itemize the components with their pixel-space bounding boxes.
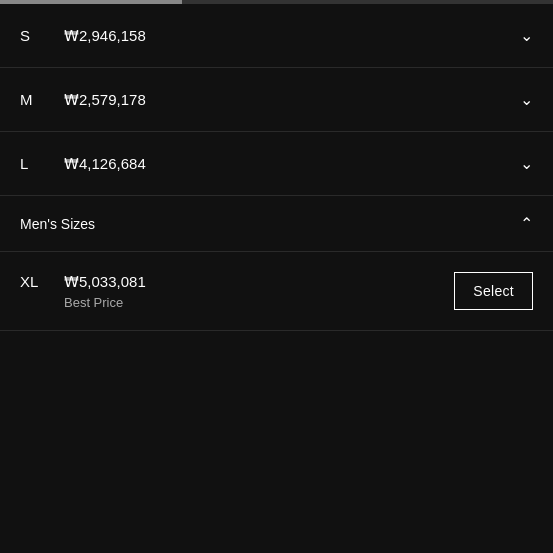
expanded-row-info: ₩5,033,081 Best Price [64, 273, 146, 310]
expanded-row-xl: XL ₩5,033,081 Best Price Select [0, 252, 553, 331]
size-label-l: L [20, 155, 44, 172]
size-row-m[interactable]: M ₩2,579,178 ⌄ [0, 68, 553, 132]
size-row-l-left: L ₩4,126,684 [20, 155, 146, 173]
size-label-s: S [20, 27, 44, 44]
size-label-m: M [20, 91, 44, 108]
progress-bar-fill [0, 0, 182, 4]
size-price-s: ₩2,946,158 [64, 27, 146, 45]
size-row-s-left: S ₩2,946,158 [20, 27, 146, 45]
size-row-s[interactable]: S ₩2,946,158 ⌄ [0, 4, 553, 68]
chevron-down-icon-s: ⌄ [520, 26, 533, 45]
expanded-row-xl-top: XL ₩5,033,081 Best Price Select [20, 272, 533, 310]
chevron-down-icon-l: ⌄ [520, 154, 533, 173]
bottom-spacer [0, 331, 553, 531]
mens-sizes-section-header[interactable]: Men's Sizes ⌃ [0, 196, 553, 252]
size-price-xl: ₩5,033,081 [64, 273, 146, 291]
size-row-m-left: M ₩2,579,178 [20, 91, 146, 109]
expanded-row-xl-left: XL ₩5,033,081 Best Price [20, 273, 146, 310]
chevron-down-icon-m: ⌄ [520, 90, 533, 109]
mens-sizes-label: Men's Sizes [20, 216, 95, 232]
select-button[interactable]: Select [454, 272, 533, 310]
size-label-xl: XL [20, 273, 44, 290]
size-row-l[interactable]: L ₩4,126,684 ⌄ [0, 132, 553, 196]
size-price-l: ₩4,126,684 [64, 155, 146, 173]
size-price-m: ₩2,579,178 [64, 91, 146, 109]
chevron-up-icon: ⌃ [520, 214, 533, 233]
best-price-label: Best Price [64, 295, 146, 310]
